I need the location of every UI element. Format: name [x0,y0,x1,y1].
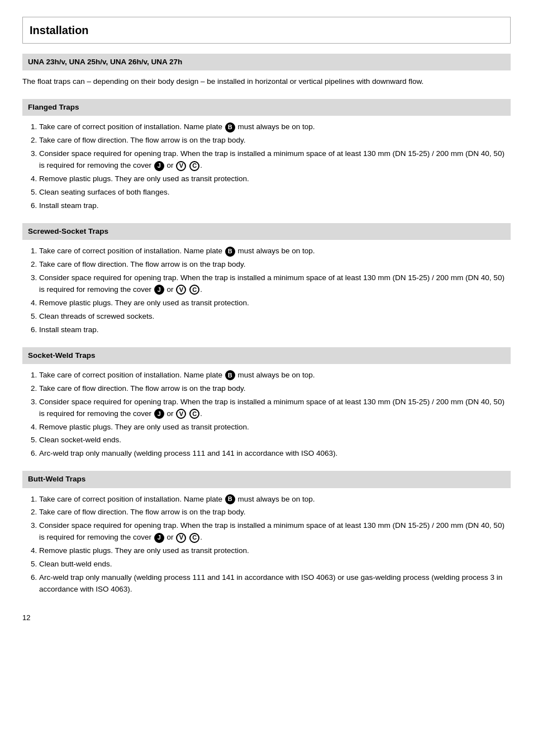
page-title: Installation [22,17,511,44]
list-item: Clean threads of screwed sockets. [39,311,511,323]
list-item: Remove plastic plugs. They are only used… [39,173,511,185]
section-header-butt-weld: Butt-Weld Traps [22,471,511,488]
list-item: Consider space required for opening trap… [39,148,511,172]
socket-weld-list: Take care of correct position of install… [34,370,511,460]
list-item: Take care of correct position of install… [39,370,511,381]
icon-v: V [176,285,186,295]
list-item: Take care of flow direction. The flow ar… [39,259,511,271]
section-una-header: UNA 23h/v, UNA 25h/v, UNA 26h/v, UNA 27h… [22,54,511,88]
icon-b: B [225,247,235,257]
icon-b: B [225,122,235,133]
list-item: Take care of correct position of install… [39,245,511,257]
list-item: Take care of flow direction. The flow ar… [39,507,511,518]
list-item: Arc-weld trap only manually (welding pro… [39,448,511,460]
list-item: Remove plastic plugs. They are only used… [39,545,511,557]
butt-weld-list: Take care of correct position of install… [34,494,511,596]
section-socket-weld-traps: Socket-Weld Traps Take care of correct p… [22,347,511,460]
una-intro-text: The float traps can – depending on their… [22,76,511,88]
icon-j: J [154,161,164,171]
list-item: Take care of flow direction. The flow ar… [39,383,511,395]
list-item: Consider space required for opening trap… [39,272,511,296]
list-item: Consider space required for opening trap… [39,520,511,544]
icon-c: C [189,285,199,295]
section-header-flanged: Flanged Traps [22,99,511,116]
section-header-socket-weld: Socket-Weld Traps [22,347,511,364]
list-item: Clean butt-weld ends. [39,559,511,570]
list-item: Remove plastic plugs. They are only used… [39,422,511,433]
icon-c: C [189,161,199,171]
list-item: Take care of flow direction. The flow ar… [39,135,511,147]
icon-b: B [225,370,235,380]
icon-v: V [176,161,186,171]
page-number: 12 [22,612,511,623]
icon-c: C [189,533,199,543]
list-item: Remove plastic plugs. They are only used… [39,297,511,309]
icon-v: V [176,533,186,543]
list-item: Clean seating surfaces of both flanges. [39,187,511,199]
icon-c: C [189,409,199,419]
list-item: Take care of correct position of install… [39,494,511,505]
list-item: Arc-weld trap only manually (welding pro… [39,572,511,596]
section-header-una: UNA 23h/v, UNA 25h/v, UNA 26h/v, UNA 27h [22,54,511,70]
screwed-socket-list: Take care of correct position of install… [34,245,511,336]
icon-v: V [176,409,186,419]
icon-b: B [225,494,235,504]
section-screwed-socket-traps: Screwed-Socket Traps Take care of correc… [22,223,511,336]
icon-j: J [154,533,164,543]
list-item: Consider space required for opening trap… [39,396,511,420]
section-butt-weld-traps: Butt-Weld Traps Take care of correct pos… [22,471,511,596]
flanged-traps-list: Take care of correct position of install… [34,121,511,211]
list-item: Take care of correct position of install… [39,121,511,133]
section-header-screwed: Screwed-Socket Traps [22,223,511,240]
icon-j: J [154,409,164,419]
list-item: Install steam trap. [39,324,511,336]
icon-j: J [154,285,164,295]
section-flanged-traps: Flanged Traps Take care of correct posit… [22,99,511,212]
list-item: Clean socket-weld ends. [39,434,511,446]
list-item: Install steam trap. [39,200,511,212]
